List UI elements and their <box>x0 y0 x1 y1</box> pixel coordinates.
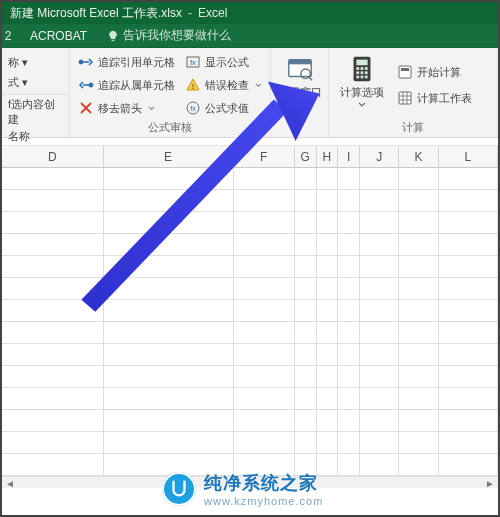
cell[interactable] <box>360 168 399 189</box>
cell[interactable] <box>234 322 295 343</box>
cell[interactable] <box>317 344 339 365</box>
cell[interactable] <box>338 322 360 343</box>
cell[interactable] <box>317 410 339 431</box>
cell[interactable] <box>439 212 498 233</box>
table-row[interactable] <box>2 190 498 212</box>
cell[interactable] <box>439 234 498 255</box>
scroll-left-icon[interactable]: ◄ <box>5 478 15 488</box>
name-stub-1[interactable]: 称 ▾ <box>8 52 63 72</box>
column-header-L[interactable]: L <box>439 146 498 167</box>
cell[interactable] <box>439 432 498 453</box>
cell[interactable] <box>295 278 317 299</box>
cell[interactable] <box>2 366 104 387</box>
tab-acrobat[interactable]: ACROBAT <box>20 24 97 47</box>
cell[interactable] <box>399 256 438 277</box>
cell[interactable] <box>338 256 360 277</box>
cell[interactable] <box>399 168 438 189</box>
table-row[interactable] <box>2 278 498 300</box>
cell[interactable] <box>338 388 360 409</box>
formula-bar-stub[interactable] <box>2 138 498 146</box>
trace-precedents-button[interactable]: 追踪引用单元格 <box>76 52 177 72</box>
cell[interactable] <box>295 190 317 211</box>
cell[interactable] <box>104 168 234 189</box>
cell[interactable] <box>295 212 317 233</box>
cell[interactable] <box>234 410 295 431</box>
cell[interactable] <box>360 212 399 233</box>
tab-index-fragment[interactable]: 2 <box>2 24 20 47</box>
cell[interactable] <box>439 278 498 299</box>
cell[interactable] <box>295 432 317 453</box>
cell[interactable] <box>338 432 360 453</box>
cell[interactable] <box>104 344 234 365</box>
cell[interactable] <box>234 234 295 255</box>
cell[interactable] <box>439 256 498 277</box>
cell[interactable] <box>360 322 399 343</box>
cell[interactable] <box>234 212 295 233</box>
cell[interactable] <box>399 300 438 321</box>
cell[interactable] <box>399 366 438 387</box>
cell[interactable] <box>439 168 498 189</box>
cell[interactable] <box>234 344 295 365</box>
table-row[interactable] <box>2 256 498 278</box>
cell[interactable] <box>2 344 104 365</box>
cell[interactable] <box>295 234 317 255</box>
cell[interactable] <box>2 322 104 343</box>
cell[interactable] <box>317 234 339 255</box>
calculation-options-button[interactable]: 计算选项 <box>335 52 389 118</box>
cell[interactable] <box>2 388 104 409</box>
error-check-button[interactable]: ! 错误检查 <box>183 75 264 95</box>
cell[interactable] <box>104 410 234 431</box>
cell[interactable] <box>295 256 317 277</box>
cell[interactable] <box>2 168 104 189</box>
table-row[interactable] <box>2 388 498 410</box>
watch-window-button[interactable]: 监视窗口 <box>277 52 322 121</box>
table-row[interactable] <box>2 212 498 234</box>
cell[interactable] <box>234 300 295 321</box>
cell[interactable] <box>234 190 295 211</box>
create-from-selection-stub[interactable]: f选内容创建 名称 <box>8 97 63 144</box>
column-header-K[interactable]: K <box>399 146 438 167</box>
cell[interactable] <box>439 190 498 211</box>
cell[interactable] <box>2 432 104 453</box>
table-row[interactable] <box>2 300 498 322</box>
cell[interactable] <box>2 190 104 211</box>
cell[interactable] <box>2 256 104 277</box>
cell[interactable] <box>2 278 104 299</box>
table-row[interactable] <box>2 168 498 190</box>
cell[interactable] <box>317 278 339 299</box>
cell[interactable] <box>439 322 498 343</box>
cell[interactable] <box>104 388 234 409</box>
cell[interactable] <box>439 344 498 365</box>
name-stub-2[interactable]: 式 ▾ <box>8 72 63 92</box>
cell[interactable] <box>2 212 104 233</box>
cell[interactable] <box>295 344 317 365</box>
table-row[interactable] <box>2 366 498 388</box>
tell-me-search[interactable]: 告诉我你想要做什么 <box>107 24 231 47</box>
cell[interactable] <box>234 432 295 453</box>
cell[interactable] <box>439 410 498 431</box>
cell[interactable] <box>104 432 234 453</box>
cell[interactable] <box>338 190 360 211</box>
cell[interactable] <box>234 168 295 189</box>
cell[interactable] <box>338 300 360 321</box>
cell[interactable] <box>338 344 360 365</box>
cell[interactable] <box>295 410 317 431</box>
table-row[interactable] <box>2 432 498 454</box>
cell[interactable] <box>104 234 234 255</box>
cell[interactable] <box>234 366 295 387</box>
cell[interactable] <box>439 388 498 409</box>
cell[interactable] <box>360 190 399 211</box>
cell[interactable] <box>317 168 339 189</box>
trace-dependents-button[interactable]: 追踪从属单元格 <box>76 75 177 95</box>
cell[interactable] <box>317 300 339 321</box>
cell[interactable] <box>234 278 295 299</box>
cell[interactable] <box>104 366 234 387</box>
cell[interactable] <box>104 300 234 321</box>
cell[interactable] <box>2 300 104 321</box>
cell[interactable] <box>317 322 339 343</box>
cell[interactable] <box>399 432 438 453</box>
evaluate-formula-button[interactable]: fx 公式求值 <box>183 98 264 118</box>
table-row[interactable] <box>2 322 498 344</box>
cell[interactable] <box>317 388 339 409</box>
table-row[interactable] <box>2 344 498 366</box>
